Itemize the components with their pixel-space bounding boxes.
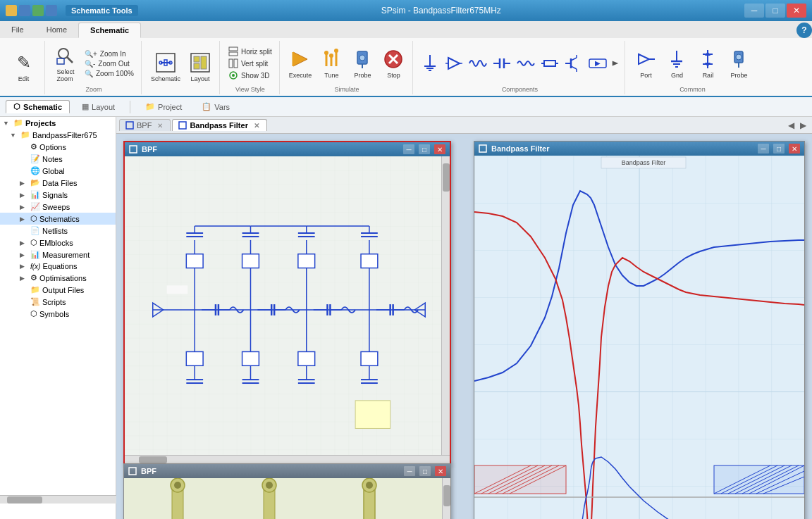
bpf-scrollbar-v[interactable] (441, 156, 450, 455)
component-more[interactable]: ▶ (586, 52, 609, 75)
bpf-maximize-btn[interactable]: □ (419, 144, 430, 154)
expand-schematics[interactable]: ▶ (20, 215, 28, 223)
schematic-view-button[interactable]: Schematic (147, 49, 184, 85)
sub-tab-project[interactable]: 📁 Project (137, 100, 190, 113)
sub-tab-layout[interactable]: ▦ Layout (74, 100, 123, 113)
vert-split-button[interactable]: Vert split (226, 58, 275, 69)
component-transistor[interactable] (562, 52, 585, 75)
active-ribbon-tab[interactable]: Schematic Tools (66, 5, 138, 16)
tab-file[interactable]: File (0, 23, 35, 38)
zoom-100-icon: 🔍 (85, 70, 93, 77)
bpf-hscroll-thumb[interactable] (139, 456, 167, 463)
expand-bpf[interactable]: ▼ (10, 132, 18, 139)
tab-scroll-left[interactable]: ◀ (785, 120, 797, 130)
expand-emblocks[interactable]: ▶ (20, 239, 28, 246)
probe-button[interactable]: Probe (347, 46, 377, 81)
rail-button[interactable]: Rail (693, 46, 722, 81)
tree-item-bpf[interactable]: ▼ 📁 BandpassFilter675 (0, 129, 116, 141)
tree-item-netlists[interactable]: 📄 Netlists (0, 225, 116, 237)
select-zoom-button[interactable]: SelectZoom (51, 42, 80, 85)
zoom-group-items: SelectZoom 🔍+ Zoom In 🔍- Zoom Out 🔍 Zoom… (51, 42, 137, 85)
tree-item-datafiles[interactable]: ▶ 📂 Data Files (0, 177, 116, 189)
expand-sweeps[interactable]: ▶ (20, 204, 28, 211)
horiz-split-button[interactable]: Horiz split (226, 46, 275, 57)
tree-scrollbar-thumb[interactable] (7, 496, 42, 504)
tree-item-scripts[interactable]: 📜 Scripts (0, 296, 116, 308)
bpf-tab-close[interactable]: ✕ (157, 122, 163, 130)
bpf-scrollbar-h[interactable] (125, 455, 450, 463)
tune-button[interactable]: Tune (316, 46, 346, 81)
project-tree: ▼ 📁 Projects ▼ 📁 BandpassFilter675 ⚙ Opt… (0, 117, 116, 519)
graph-content: Bandpass Filter (474, 156, 804, 519)
layout-vscroll-thumb[interactable] (443, 485, 450, 506)
layout-svg[interactable] (124, 478, 450, 519)
tree-item-sweeps[interactable]: ▶ 📈 Sweeps (0, 201, 116, 213)
probe-common-button[interactable]: Probe (724, 46, 753, 81)
execute-button[interactable]: Execute (285, 46, 316, 81)
help-button[interactable]: ? (796, 23, 812, 38)
expand-signals[interactable]: ▶ (20, 192, 28, 199)
components-expand[interactable] (610, 52, 620, 75)
expand-datafiles[interactable]: ▶ (20, 180, 28, 187)
component-buffer[interactable] (443, 52, 465, 75)
doc-tab-bpf[interactable]: BPF ✕ (119, 119, 171, 131)
doc-tab-bandpass[interactable]: Bandpass Filter ✕ (172, 119, 267, 131)
expand-measurement[interactable]: ▶ (20, 251, 28, 258)
bpf-vscroll-thumb[interactable] (443, 163, 450, 192)
title-bar: Schematic Tools SPsim - BandpassFilter67… (0, 0, 812, 21)
graph-maximize-btn[interactable]: □ (773, 144, 785, 154)
tree-item-outputfiles[interactable]: 📁 Output Files (0, 284, 116, 296)
layout-scrollbar-v[interactable] (442, 478, 450, 519)
show-3d-button[interactable]: Show 3D (226, 70, 275, 81)
sub-tab-vars[interactable]: 📋 Vars (194, 100, 238, 113)
tree-item-signals[interactable]: ▶ 📊 Signals (0, 189, 116, 201)
component-sine-source[interactable] (467, 52, 489, 75)
bpf-close-btn[interactable]: ✕ (434, 144, 445, 154)
component-capacitor[interactable] (491, 52, 513, 75)
tree-scrollbar-h[interactable] (0, 495, 116, 504)
stop-button[interactable]: Stop (379, 46, 408, 81)
tree-item-symbols[interactable]: ⬡ Symbols (0, 308, 116, 320)
tab-home[interactable]: Home (35, 23, 78, 38)
component-inductor[interactable] (515, 52, 537, 75)
layout-maximize-btn[interactable]: □ (419, 466, 431, 476)
tree-item-measurement[interactable]: ▶ 📊 Measurement (0, 249, 116, 261)
expand-projects[interactable]: ▼ (3, 120, 11, 127)
gnd-button[interactable]: Gnd (662, 46, 691, 81)
sub-tab-schematic[interactable]: ⬡ Schematic (6, 100, 70, 113)
tab-schematic[interactable]: Schematic (78, 23, 141, 38)
maximize-button[interactable]: □ (765, 4, 785, 18)
tree-item-optimisations[interactable]: ▶ ⚙ Optimisations (0, 272, 116, 284)
schematic-svg[interactable] (125, 156, 450, 463)
component-ground[interactable] (419, 52, 441, 75)
expand-equations[interactable]: ▶ (20, 263, 28, 270)
bandpass-tab-close[interactable]: ✕ (254, 122, 259, 130)
tab-scroll-right[interactable]: ▶ (797, 120, 809, 130)
vars-tab-icon: 📋 (202, 102, 211, 111)
component-resistor[interactable] (539, 52, 561, 75)
zoom-out-button[interactable]: 🔍- Zoom Out (82, 59, 137, 68)
port-button[interactable]: Port (631, 46, 660, 81)
tree-item-options[interactable]: ⚙ Options (0, 141, 116, 153)
tree-item-schematics[interactable]: ▶ ⬡ Schematics (0, 213, 116, 225)
tree-item-emblocks[interactable]: ▶ ⬡ EMblocks (0, 237, 116, 249)
layout-view-button[interactable]: Layout (185, 49, 215, 85)
tree-item-global[interactable]: 🌐 Global (0, 165, 116, 177)
close-button[interactable]: ✕ (787, 4, 806, 18)
tree-item-equations[interactable]: ▶ f(x) Equations (0, 261, 116, 272)
tree-item-notes[interactable]: 📝 Notes (0, 153, 116, 165)
layout-close-btn[interactable]: ✕ (435, 466, 446, 476)
layout-minimize-btn[interactable]: ─ (404, 466, 415, 476)
graph-minimize-btn[interactable]: ─ (758, 144, 769, 154)
edit-button[interactable]: ✎ Edit (9, 49, 39, 85)
zoom-100-button[interactable]: 🔍 Zoom 100% (82, 69, 137, 78)
minimize-button[interactable]: ─ (744, 4, 764, 18)
bpf-minimize-btn[interactable]: ─ (403, 144, 414, 154)
graph-close-btn[interactable]: ✕ (789, 144, 800, 154)
app-icons: Schematic Tools (6, 5, 138, 16)
layout-window-title-bar: BPF ─ □ ✕ (124, 464, 450, 478)
tree-item-projects[interactable]: ▼ 📁 Projects (0, 117, 116, 129)
expand-optimisations[interactable]: ▶ (20, 275, 28, 282)
graph-svg[interactable]: Bandpass Filter (474, 156, 804, 519)
zoom-in-button[interactable]: 🔍+ Zoom In (82, 49, 137, 58)
